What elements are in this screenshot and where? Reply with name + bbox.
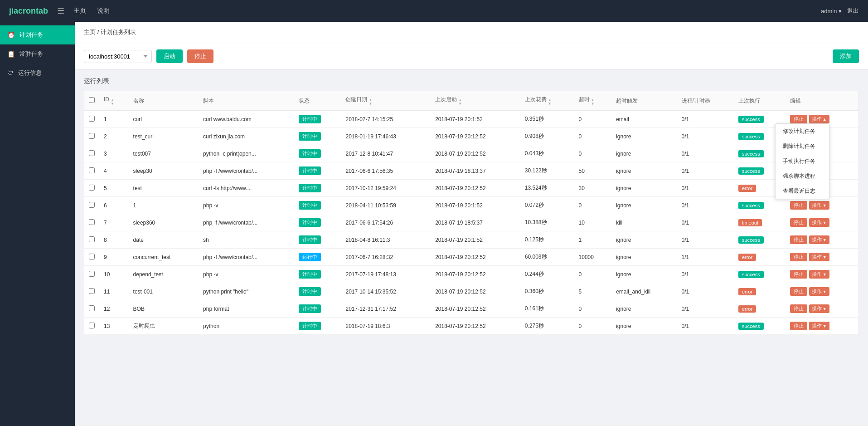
menu-item[interactable]: 查看最近日志 <box>776 184 829 199</box>
row-timeout-trigger: ignore <box>611 145 677 162</box>
row-edit: 停止 操作▼ <box>786 283 859 300</box>
op-btn-10[interactable]: 操作▼ <box>809 270 829 279</box>
row-id: 11 <box>99 283 129 300</box>
row-process: 0/1 <box>677 111 734 128</box>
row-checkbox-3[interactable] <box>89 150 95 156</box>
breadcrumb-home[interactable]: 主页 <box>84 29 96 35</box>
daemon-icon: 📋 <box>7 50 15 58</box>
row-timeout-trigger: email_and_kill <box>611 283 677 300</box>
row-checkbox-11[interactable] <box>89 288 95 294</box>
row-checkbox-7[interactable] <box>89 219 95 225</box>
hamburger-icon[interactable]: ☰ <box>57 6 64 16</box>
row-process: 0/1 <box>677 128 734 145</box>
stop-task-btn-7[interactable]: 停止 <box>790 218 807 227</box>
col-header-11: 上次执行 <box>734 91 786 111</box>
op-btn-7[interactable]: 操作▼ <box>809 218 829 227</box>
select-all-checkbox[interactable] <box>89 97 95 103</box>
op-btn-8[interactable]: 操作▼ <box>809 235 829 244</box>
row-script: curl -ls http://www.... <box>199 180 294 197</box>
row-checkbox-cell <box>84 197 100 214</box>
stop-task-btn-6[interactable]: 停止 <box>790 201 807 210</box>
row-last-start: 2018-07-19 18:5:37 <box>431 214 520 231</box>
menu-item[interactable]: 删除计划任务 <box>776 139 829 154</box>
op-btn-6[interactable]: 操作▼ <box>809 201 829 210</box>
row-last-start: 2018-07-19 18:13:37 <box>431 162 520 180</box>
row-timeout: 0 <box>574 318 612 335</box>
server-select[interactable]: localhost:30001 <box>84 50 152 63</box>
row-checkbox-5[interactable] <box>89 185 95 191</box>
table-row: 5 test curl -ls http://www.... 计时中 2017-… <box>84 180 859 197</box>
last-exec-badge: success <box>738 323 764 330</box>
last-exec-badge: success <box>738 271 764 278</box>
row-checkbox-cell <box>84 300 100 318</box>
row-checkbox-6[interactable] <box>89 202 95 208</box>
row-status: 运行中 <box>294 249 341 266</box>
row-last-start: 2018-07-19 20:12:52 <box>431 145 520 162</box>
stop-task-btn-8[interactable]: 停止 <box>790 235 807 244</box>
runtime-icon: 🛡 <box>7 69 14 77</box>
op-btn-9[interactable]: 操作▼ <box>809 253 829 261</box>
add-button[interactable]: 添加 <box>833 49 859 63</box>
action-group-6: 停止 操作▼ <box>790 201 829 210</box>
row-created: 2017-06-6 17:54:26 <box>341 214 431 231</box>
row-checkbox-8[interactable] <box>89 236 95 242</box>
topbar: jiacrontab ☰ 主页 说明 admin ▾ 退出 <box>0 0 868 22</box>
sidebar-item-daemon[interactable]: 📋常驻任务 <box>0 44 75 64</box>
stop-task-btn-9[interactable]: 停止 <box>790 253 807 261</box>
row-checkbox-10[interactable] <box>89 271 95 277</box>
table-row: 6 1 php -v 计时中 2018-04-11 10:53:59 2018-… <box>84 197 859 214</box>
row-checkbox-12[interactable] <box>89 305 95 311</box>
stop-button[interactable]: 停止 <box>187 49 213 63</box>
row-checkbox-cell <box>84 145 100 162</box>
row-checkbox-cell <box>84 266 100 283</box>
row-last-exec: success <box>734 318 786 335</box>
nav-docs[interactable]: 说明 <box>97 7 110 15</box>
row-checkbox-9[interactable] <box>89 254 95 260</box>
nav-home[interactable]: 主页 <box>73 7 86 15</box>
row-status: 计时中 <box>294 231 341 249</box>
row-checkbox-13[interactable] <box>89 323 95 328</box>
row-checkbox-cell <box>84 162 100 180</box>
row-id: 4 <box>99 162 129 180</box>
start-button[interactable]: 启动 <box>156 49 183 63</box>
action-group-1: 停止 操作▲ 修改计划任务删除计划任务手动执行任务强杀脚本进程查看最近日志 <box>790 115 829 123</box>
table-row: 3 test007 python -c print(open... 计时中 20… <box>84 145 859 162</box>
row-id: 5 <box>99 180 129 197</box>
op-btn-13[interactable]: 操作▼ <box>809 322 829 330</box>
breadcrumb-current: 计划任务列表 <box>101 29 136 35</box>
row-checkbox-1[interactable] <box>89 116 95 122</box>
col-header-3: 脚本 <box>199 91 294 111</box>
row-status: 计时中 <box>294 318 341 335</box>
row-edit: 停止 操作▼ <box>786 300 859 318</box>
row-id: 3 <box>99 145 129 162</box>
row-last-start: 2018-07-19 20:1:52 <box>431 197 520 214</box>
logout-button[interactable]: 退出 <box>847 7 859 15</box>
row-timeout-trigger: ignore <box>611 128 677 145</box>
sidebar-item-runtime[interactable]: 🛡运行信息 <box>0 64 75 83</box>
row-timeout: 0 <box>574 266 612 283</box>
op-dropdown-btn-1[interactable]: 操作▲ <box>809 115 829 123</box>
menu-item[interactable]: 强杀脚本进程 <box>776 169 829 184</box>
stop-task-btn-12[interactable]: 停止 <box>790 304 807 313</box>
row-edit: 停止 操作▼ <box>786 197 859 214</box>
last-exec-badge: error <box>738 254 756 261</box>
row-timeout: 0 <box>574 145 612 162</box>
row-id: 8 <box>99 231 129 249</box>
row-timeout: 1 <box>574 231 612 249</box>
row-timeout: 0 <box>574 300 612 318</box>
op-btn-12[interactable]: 操作▼ <box>809 304 829 313</box>
stop-task-btn-11[interactable]: 停止 <box>790 287 807 296</box>
menu-item[interactable]: 修改计划任务 <box>776 124 829 139</box>
row-name: test <box>129 180 199 197</box>
row-status: 计时中 <box>294 111 341 128</box>
stop-task-btn-10[interactable]: 停止 <box>790 270 807 279</box>
op-btn-11[interactable]: 操作▼ <box>809 287 829 296</box>
menu-item[interactable]: 手动执行任务 <box>776 154 829 169</box>
row-checkbox-2[interactable] <box>89 133 95 139</box>
stop-task-btn-1[interactable]: 停止 <box>790 115 807 123</box>
row-last-exec: success <box>734 197 786 214</box>
stop-task-btn-13[interactable]: 停止 <box>790 322 807 330</box>
row-checkbox-4[interactable] <box>89 167 95 173</box>
row-name: test007 <box>129 145 199 162</box>
sidebar-item-cron[interactable]: ⏰计划任务 <box>0 25 75 44</box>
